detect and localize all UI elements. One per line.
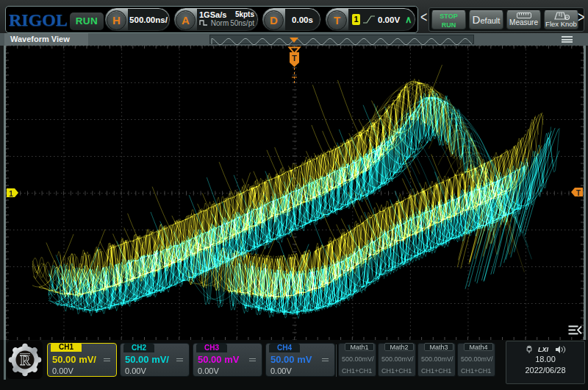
svg-text:1: 1 (9, 190, 13, 198)
svg-text:T: T (292, 54, 297, 63)
svg-text:LXI: LXI (538, 346, 549, 353)
svg-text:R: R (20, 352, 30, 368)
svg-text:T: T (576, 189, 581, 197)
